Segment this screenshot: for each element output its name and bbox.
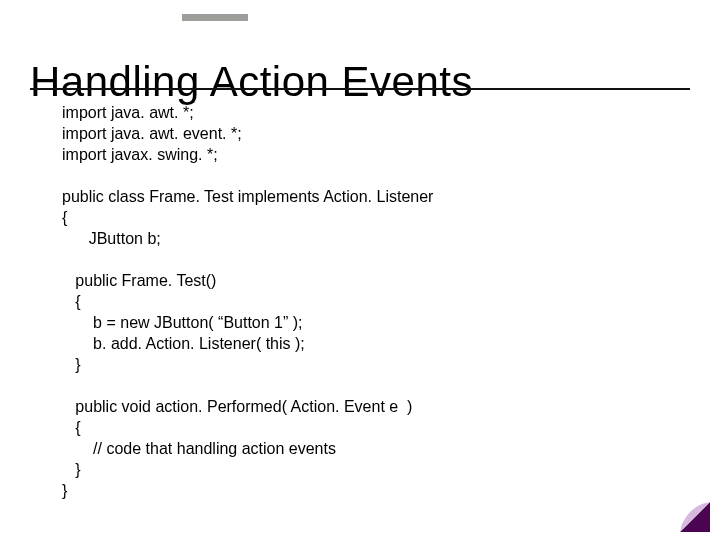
code-block: import java. awt. *; import java. awt. e… bbox=[62, 102, 433, 501]
title-underline bbox=[30, 88, 690, 90]
page-curl-icon bbox=[680, 502, 710, 532]
slide-title: Handling Action Events bbox=[30, 58, 473, 106]
decorative-top-bar bbox=[182, 14, 248, 21]
